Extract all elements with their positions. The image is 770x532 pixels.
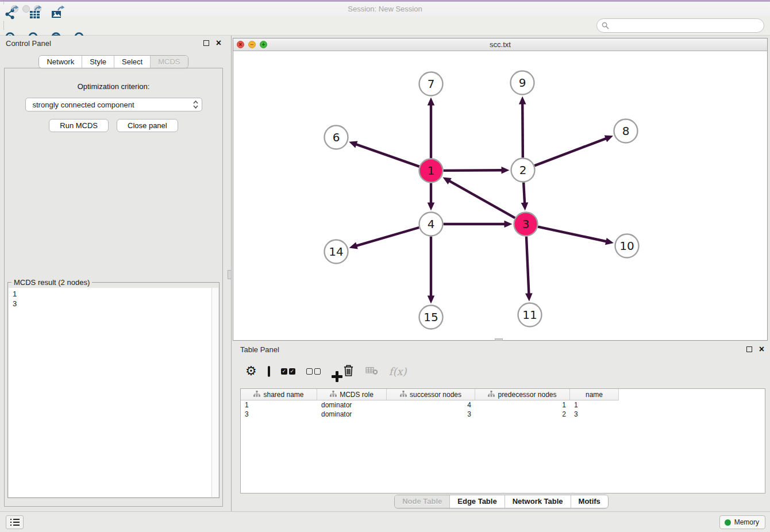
delete-columns-button[interactable] bbox=[342, 364, 355, 379]
tab-select[interactable]: Select bbox=[114, 56, 151, 68]
table-cell[interactable]: 2 bbox=[475, 410, 570, 419]
unselect-all-columns-button[interactable] bbox=[306, 368, 321, 375]
graph-node-label-3: 3 bbox=[522, 217, 530, 231]
graph-edge-arrow-1-7 bbox=[428, 98, 435, 106]
result-scrollbar[interactable] bbox=[211, 288, 218, 497]
graph-edge-4-14[interactable] bbox=[356, 228, 419, 246]
delete-columns-icon bbox=[342, 364, 355, 379]
search-box[interactable] bbox=[596, 18, 764, 33]
column-type-icon bbox=[253, 391, 260, 399]
table-tab-network-table[interactable]: Network Table bbox=[505, 495, 571, 508]
table-cell[interactable]: dominator bbox=[317, 410, 387, 419]
tab-group: NetworkStyleSelectMCDS bbox=[38, 55, 188, 68]
column-header-MCDS-role[interactable]: MCDS role bbox=[317, 389, 387, 400]
graph-node-label-10: 10 bbox=[619, 239, 634, 253]
close-panel-icon[interactable]: × bbox=[216, 40, 221, 46]
network-window-title: scc.txt bbox=[233, 40, 767, 49]
table-tab-edge-table[interactable]: Edge Table bbox=[450, 495, 505, 508]
graph-edge-3-11[interactable] bbox=[526, 236, 529, 294]
graph-node-label-9: 9 bbox=[519, 76, 526, 90]
show-panels-button[interactable] bbox=[6, 515, 24, 529]
float-table-panel-icon[interactable] bbox=[746, 346, 752, 352]
graph-edge-3-10[interactable] bbox=[538, 227, 607, 242]
network-resize-grip[interactable] bbox=[495, 338, 503, 341]
graph-edge-arrow-1-2 bbox=[501, 167, 509, 174]
column-header-successor-nodes[interactable]: successor nodes bbox=[387, 389, 475, 400]
memory-button[interactable]: Memory bbox=[719, 515, 765, 529]
table-cell[interactable]: 4 bbox=[387, 400, 475, 410]
criterion-selected-value: strongly connected component bbox=[33, 101, 193, 109]
graph-edge-2-9[interactable] bbox=[522, 103, 523, 157]
graph-edge-arrow-2-9 bbox=[519, 96, 526, 104]
mcds-tab-content: Optimization criterion: strongly connect… bbox=[4, 68, 223, 507]
export-image-icon bbox=[50, 5, 65, 20]
table-cell[interactable]: 3 bbox=[570, 410, 619, 419]
list-icon bbox=[10, 519, 20, 526]
export-table-button[interactable] bbox=[23, 4, 46, 21]
tab-style[interactable]: Style bbox=[82, 56, 114, 68]
column-label: MCDS role bbox=[340, 391, 374, 399]
column-label: shared name bbox=[263, 391, 303, 399]
graph-edge-2-8[interactable] bbox=[534, 138, 607, 166]
graph-edge-arrow-2-3 bbox=[521, 202, 529, 210]
column-header-name[interactable]: name bbox=[570, 389, 619, 400]
table-tab-node-table[interactable]: Node Table bbox=[395, 495, 450, 508]
run-mcds-button[interactable]: Run MCDS bbox=[49, 119, 109, 132]
table-cell[interactable]: dominator bbox=[317, 400, 387, 410]
table-tabs: Node TableEdge TableNetwork TableMotifs bbox=[233, 495, 770, 508]
float-panel-icon[interactable] bbox=[203, 40, 209, 46]
delete-table-icon bbox=[365, 365, 378, 377]
column-label: name bbox=[586, 391, 603, 399]
column-header-shared-name[interactable]: shared name bbox=[241, 389, 317, 400]
table-cell[interactable]: 3 bbox=[241, 410, 317, 419]
export-network-icon bbox=[4, 5, 19, 20]
table-cell[interactable]: 1 bbox=[241, 400, 317, 410]
graph-edge-arrow-4-15 bbox=[428, 296, 435, 304]
graph-edge-1-6[interactable] bbox=[355, 144, 419, 167]
show-columns-icon bbox=[268, 367, 270, 376]
select-stepper-icon bbox=[193, 100, 198, 109]
select-all-columns-icon: ✓✓ bbox=[281, 368, 295, 375]
panel-splitter[interactable] bbox=[227, 36, 233, 511]
table-cell[interactable]: 1 bbox=[475, 400, 570, 410]
table-cell[interactable]: 1 bbox=[570, 400, 619, 410]
table-cell[interactable]: 3 bbox=[387, 410, 475, 419]
optimization-criterion-select[interactable]: strongly connected component bbox=[25, 98, 202, 111]
graph-edge-arrow-4-14 bbox=[349, 242, 358, 249]
tab-mcds[interactable]: MCDS bbox=[151, 56, 187, 68]
column-header-predecessor-nodes[interactable]: predecessor nodes bbox=[475, 389, 570, 400]
graph-edge-3-1[interactable] bbox=[449, 180, 515, 218]
settings-icon: ⚙ bbox=[245, 365, 257, 377]
column-label: successor nodes bbox=[410, 391, 461, 399]
network-canvas[interactable]: 7968124314101511 bbox=[233, 51, 767, 340]
export-image-button[interactable] bbox=[46, 4, 69, 21]
memory-status-icon bbox=[725, 519, 731, 526]
settings-button[interactable]: ⚙ bbox=[245, 365, 257, 377]
table-tab-motifs[interactable]: Motifs bbox=[571, 495, 608, 508]
show-columns-button[interactable] bbox=[268, 367, 270, 376]
search-input[interactable] bbox=[612, 22, 764, 30]
control-panel-tabs: NetworkStyleSelectMCDS bbox=[0, 55, 227, 68]
tab-network[interactable]: Network bbox=[39, 56, 82, 68]
export-network-button[interactable] bbox=[0, 4, 23, 21]
table-panel-title: Table Panel bbox=[240, 345, 279, 354]
network-window-titlebar: × − + scc.txt bbox=[233, 38, 767, 51]
column-label: predecessor nodes bbox=[498, 391, 556, 399]
close-table-panel-icon[interactable]: × bbox=[759, 346, 764, 352]
graph-edge-arrow-4-3 bbox=[505, 221, 513, 228]
status-bar: Memory bbox=[0, 511, 770, 532]
control-panel-title: Control Panel bbox=[6, 39, 51, 48]
close-panel-button[interactable]: Close panel bbox=[117, 119, 178, 132]
table-row[interactable]: 3dominator323 bbox=[241, 410, 765, 419]
select-all-columns-button[interactable]: ✓✓ bbox=[281, 368, 295, 375]
function-builder-button: f(x) bbox=[389, 365, 407, 377]
mcds-result-list: 13 bbox=[9, 288, 218, 497]
table-row[interactable]: 1dominator411 bbox=[241, 400, 765, 410]
splitter-grip[interactable] bbox=[228, 270, 232, 279]
node-table-header: shared nameMCDS rolesuccessor nodesprede… bbox=[241, 389, 765, 400]
graph-edge-arrow-1-4 bbox=[428, 203, 435, 211]
graph-edge-2-3[interactable] bbox=[523, 182, 525, 203]
graph-edge-1-2[interactable] bbox=[443, 170, 502, 171]
table-panel: Table Panel × ⚙✓✓f(x) shared nameMCDS ro… bbox=[233, 342, 770, 511]
app-title: Session: New Session bbox=[0, 5, 770, 13]
